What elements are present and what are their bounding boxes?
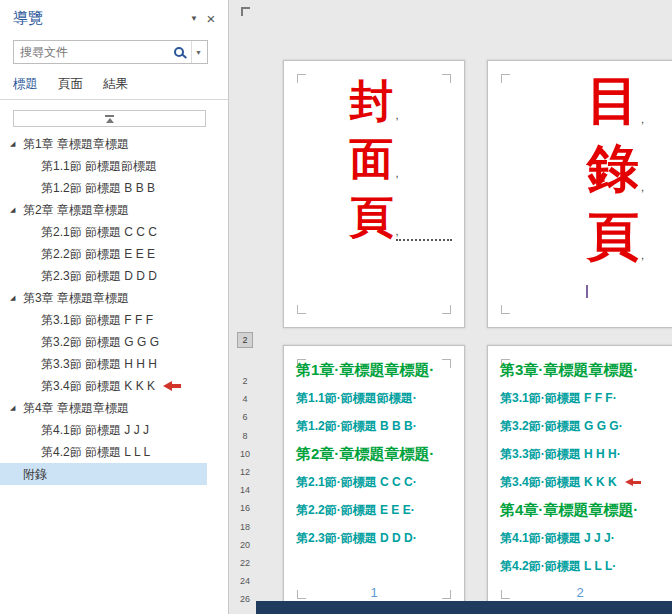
cover-char: 面 xyxy=(349,133,393,185)
toc-title: 目, 錄, 頁, xyxy=(587,63,644,267)
tab-pages[interactable]: 頁面 xyxy=(58,76,83,99)
nav-item-section2-3[interactable]: 第2.3節 節標題 D D D xyxy=(0,265,207,287)
collapse-triangle-icon[interactable]: ◢ xyxy=(10,140,23,148)
doc-heading-section: 第3.1節·節標題 F F F· xyxy=(500,384,670,412)
tab-headings[interactable]: 標題 xyxy=(13,76,38,99)
nav-item-label: 第3.4節 節標題 K K K xyxy=(41,378,155,395)
page-content-2[interactable]: 第3章·章標題章標題· 第3.1節·節標題 F F F· 第3.2節·節標題 G… xyxy=(487,345,672,613)
nav-item-label: 第4章 章標題章標題 xyxy=(23,400,129,417)
crop-mark-icon xyxy=(442,305,451,314)
cover-char: 頁 xyxy=(349,191,393,243)
nav-item-section2-1[interactable]: 第2.1節 節標題 C C C xyxy=(0,221,207,243)
ruler-mark: 12 xyxy=(232,463,258,481)
doc-heading-chapter: 第2章·章標題章標題· xyxy=(296,440,462,468)
nav-item-section2-2[interactable]: 第2.2節 節標題 E E E xyxy=(0,243,207,265)
nav-item-label: 附錄 xyxy=(23,466,47,483)
pane-options-chevron-down-icon[interactable]: ▼ xyxy=(186,14,202,23)
nav-item-section3-4[interactable]: 第3.4節 節標題 K K K xyxy=(0,375,207,397)
ruler-mark: 10 xyxy=(232,445,258,463)
ruler-mark: 18 xyxy=(232,518,258,536)
ruler-mark: 16 xyxy=(232,499,258,517)
document-view: 2 2 4 6 8 10 12 14 16 18 20 22 24 26 28 xyxy=(230,0,672,614)
collapse-triangle-icon[interactable]: ◢ xyxy=(10,294,23,302)
document-search-box[interactable]: ▼ xyxy=(13,40,208,64)
toc-char: 錄 xyxy=(587,138,639,199)
nav-item-label: 第3章 章標題章標題 xyxy=(23,290,129,307)
nav-item-label: 第3.1節 節標題 F F F xyxy=(41,312,153,329)
nav-item-label: 第2.3節 節標題 D D D xyxy=(41,268,157,285)
red-annotation-arrow-icon xyxy=(625,478,641,486)
nav-item-section4-2[interactable]: 第4.2節 節標題 L L L xyxy=(0,441,207,463)
nav-item-section3-2[interactable]: 第3.2節 節標題 G G G xyxy=(0,331,207,353)
word-window: 導覽 ▼ × ▼ 標題 頁面 結果 ◢ 第1章 章標題章標題 第1.1節 節 xyxy=(0,0,672,614)
paragraph-mark: , xyxy=(641,113,644,125)
ruler-mark: 28 xyxy=(232,608,258,614)
navigation-pane-title: 導覽 xyxy=(13,9,186,28)
nav-item-section1-2[interactable]: 第1.2節 節標題 B B B xyxy=(0,177,207,199)
jump-to-beginning-button[interactable] xyxy=(13,110,206,127)
paragraph-mark: , xyxy=(395,109,398,121)
doc-heading-chapter: 第4章·章標題章標題· xyxy=(500,496,670,524)
red-annotation-arrow-icon xyxy=(163,381,181,391)
paragraph-mark: , xyxy=(641,249,644,261)
ruler-origin-box: 2 xyxy=(237,332,253,348)
paragraph-mark: , xyxy=(395,167,398,179)
nav-item-label: 第1章 章標題章標題 xyxy=(23,136,129,153)
ruler-mark: 20 xyxy=(232,536,258,554)
ruler-marks: 2 4 6 8 10 12 14 16 18 20 22 24 26 28 xyxy=(232,372,258,614)
nav-item-label: 第2章 章標題章標題 xyxy=(23,202,129,219)
navigation-tabs: 標題 頁面 結果 xyxy=(0,76,228,100)
ruler-mark: 14 xyxy=(232,481,258,499)
nav-item-label: 第4.2節 節標題 L L L xyxy=(41,444,150,461)
ruler-mark: 2 xyxy=(232,372,258,390)
search-icon[interactable] xyxy=(174,47,184,57)
search-input[interactable] xyxy=(14,45,174,59)
collapse-triangle-icon[interactable]: ◢ xyxy=(10,404,23,412)
document-text: 第3章·章標題章標題· 第3.1節·節標題 F F F· 第3.2節·節標題 G… xyxy=(500,356,670,580)
taskbar xyxy=(256,601,672,614)
doc-heading-section: 第3.3節·節標題 H H H· xyxy=(500,440,670,468)
ruler-mark: 6 xyxy=(232,408,258,426)
doc-heading-chapter: 第3章·章標題章標題· xyxy=(500,356,670,384)
crop-mark-icon xyxy=(501,305,510,314)
pane-close-icon[interactable]: × xyxy=(202,12,220,26)
nav-item-chapter2[interactable]: ◢ 第2章 章標題章標題 xyxy=(0,199,207,221)
doc-heading-section: 第1.2節·節標題 B B B· xyxy=(296,412,462,440)
nav-item-section3-1[interactable]: 第3.1節 節標題 F F F xyxy=(0,309,207,331)
search-options-chevron-down-icon[interactable]: ▼ xyxy=(191,41,207,63)
nav-item-section4-1[interactable]: 第4.1節 節標題 J J J xyxy=(0,419,207,441)
ruler-mark: 24 xyxy=(232,572,258,590)
nav-item-label: 第2.1節 節標題 C C C xyxy=(41,224,157,241)
nav-item-chapter4[interactable]: ◢ 第4章 章標題章標題 xyxy=(0,397,207,419)
text-cursor xyxy=(586,285,588,298)
nav-item-chapter3[interactable]: ◢ 第3章 章標題章標題 xyxy=(0,287,207,309)
page-toc[interactable]: 目, 錄, 頁, xyxy=(487,60,672,328)
jump-to-top-icon xyxy=(105,115,114,123)
ruler-mark: 4 xyxy=(232,390,258,408)
nav-item-appendix[interactable]: 附錄 xyxy=(0,463,207,485)
doc-heading-section: 第2.1節·節標題 C C C· xyxy=(296,468,462,496)
page-content-1[interactable]: 第1章·章標題章標題· 第1.1節·節標題節標題· 第1.2節·節標題 B B … xyxy=(283,345,465,613)
cover-title: 封, 面, 頁, xyxy=(284,69,464,243)
navigation-pane-header: 導覽 ▼ × xyxy=(0,0,228,32)
tab-results[interactable]: 結果 xyxy=(103,76,128,99)
cover-char: 封 xyxy=(349,75,393,127)
nav-item-chapter1[interactable]: ◢ 第1章 章標題章標題 xyxy=(0,133,207,155)
nav-item-label: 第4.1節 節標題 J J J xyxy=(41,422,149,439)
ruler-mark: 26 xyxy=(232,590,258,608)
nav-item-section3-3[interactable]: 第3.3節 節標題 H H H xyxy=(0,353,207,375)
paragraph-mark: , xyxy=(641,181,644,193)
paragraph-mark: , xyxy=(395,225,398,237)
nav-item-section1-1[interactable]: 第1.1節 節標題節標題 xyxy=(0,155,207,177)
page-cover[interactable]: 封, 面, 頁, xyxy=(283,60,465,328)
nav-item-label: 第1.2節 節標題 B B B xyxy=(41,180,155,197)
doc-heading-section: 第3.2節·節標題 G G G· xyxy=(500,412,670,440)
ruler-mark: 8 xyxy=(232,427,258,445)
crop-mark-icon xyxy=(297,305,306,314)
nav-item-label: 第3.2節 節標題 G G G xyxy=(41,334,159,351)
ruler-mark: 22 xyxy=(232,554,258,572)
nav-item-label: 第1.1節 節標題節標題 xyxy=(41,158,157,175)
toc-char: 目 xyxy=(587,70,639,131)
collapse-triangle-icon[interactable]: ◢ xyxy=(10,206,23,214)
dotted-underline xyxy=(396,239,452,241)
